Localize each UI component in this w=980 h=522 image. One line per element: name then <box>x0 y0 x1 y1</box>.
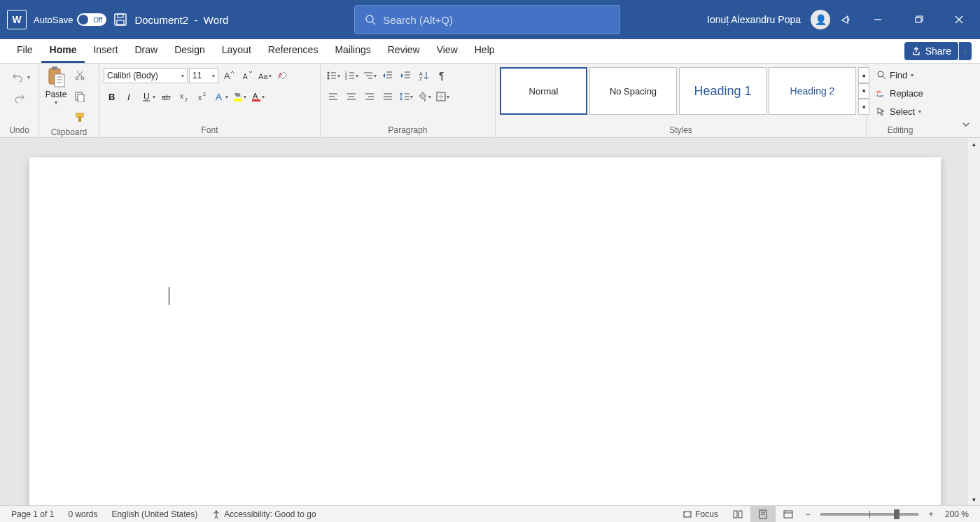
bold-button[interactable]: B <box>104 88 120 105</box>
undo-dropdown[interactable]: ▾ <box>27 74 30 80</box>
subscript-button[interactable]: x2 <box>176 88 193 105</box>
align-left-button[interactable] <box>325 88 342 105</box>
redo-button[interactable] <box>11 90 28 106</box>
select-button[interactable]: Select ▾ <box>874 104 926 119</box>
numbering-icon: 123 <box>344 70 356 81</box>
scroll-up-button[interactable]: ▴ <box>968 138 980 150</box>
strikethrough-button[interactable]: ab <box>158 88 175 105</box>
accessibility-status[interactable]: Accessibility: Good to go <box>204 506 323 522</box>
line-spacing-icon <box>399 91 410 102</box>
read-mode-button[interactable] <box>725 506 750 523</box>
sort-button[interactable]: AZ <box>416 67 433 84</box>
zoom-level[interactable]: 200 % <box>938 509 976 519</box>
show-marks-button[interactable]: ¶ <box>434 67 451 84</box>
language-status[interactable]: English (United States) <box>104 506 204 522</box>
zoom-out-button[interactable]: − <box>801 506 815 523</box>
share-dropdown[interactable]: ▾ <box>959 42 972 60</box>
line-spacing-button[interactable]: ▾ <box>398 88 414 105</box>
find-icon <box>876 70 886 80</box>
increase-indent-button[interactable] <box>398 67 414 84</box>
svg-text:A: A <box>253 92 258 100</box>
tab-home[interactable]: Home <box>41 39 85 63</box>
scroll-down-button[interactable]: ▾ <box>968 493 980 505</box>
coming-soon-button[interactable] <box>840 13 853 26</box>
undo-button[interactable] <box>9 69 26 85</box>
superscript-button[interactable]: x2 <box>195 88 211 105</box>
svg-point-16 <box>81 77 84 80</box>
minimize-button[interactable] <box>862 6 893 34</box>
justify-button[interactable] <box>379 88 396 105</box>
tab-design[interactable]: Design <box>166 39 214 63</box>
web-layout-button[interactable] <box>776 506 801 523</box>
tab-references[interactable]: References <box>260 39 327 63</box>
document-page[interactable] <box>29 157 941 505</box>
align-center-button[interactable] <box>343 88 360 105</box>
collapse-ribbon-button[interactable] <box>958 116 974 133</box>
tab-layout[interactable]: Layout <box>214 39 260 63</box>
status-bar: Page 1 of 1 0 words English (United Stat… <box>0 505 980 522</box>
save-button[interactable] <box>113 13 127 27</box>
svg-point-43 <box>328 78 330 80</box>
format-painter-button[interactable] <box>71 109 88 126</box>
copy-button[interactable] <box>71 88 88 105</box>
clear-formatting-button[interactable]: A <box>274 67 291 84</box>
paste-button[interactable]: Paste ▾ <box>42 66 70 106</box>
cut-button[interactable] <box>71 67 88 84</box>
find-button[interactable]: Find ▾ <box>874 67 926 83</box>
multilevel-list-button[interactable]: ▾ <box>361 67 378 84</box>
vertical-scrollbar[interactable]: ▴ ▾ <box>968 138 980 505</box>
zoom-in-button[interactable]: + <box>924 506 938 523</box>
tab-review[interactable]: Review <box>379 39 428 63</box>
autosave-toggle[interactable]: AutoSave Off <box>34 13 106 26</box>
user-name[interactable]: Ionuț Alexandru Popa <box>707 14 801 25</box>
borders-button[interactable]: ▾ <box>434 88 451 105</box>
zoom-thumb[interactable] <box>894 509 899 519</box>
highlight-button[interactable]: ▾ <box>231 88 248 105</box>
user-avatar[interactable]: 👤 <box>811 10 830 29</box>
share-button[interactable]: Share <box>904 42 958 60</box>
text-effects-button[interactable]: A▾ <box>213 88 230 105</box>
change-case-icon: Aa <box>258 70 269 81</box>
align-right-button[interactable] <box>361 88 378 105</box>
bullets-button[interactable]: ▾ <box>325 67 342 84</box>
focus-mode-button[interactable]: Focus <box>676 509 725 519</box>
close-button[interactable] <box>944 6 974 34</box>
restore-button[interactable] <box>903 6 934 34</box>
style-no-spacing[interactable]: No Spacing <box>589 67 677 115</box>
decrease-indent-button[interactable] <box>379 67 396 84</box>
print-layout-button[interactable] <box>750 506 776 523</box>
svg-point-41 <box>328 72 330 74</box>
tab-mailings[interactable]: Mailings <box>326 39 379 63</box>
chevron-down-icon <box>961 120 971 129</box>
style-normal[interactable]: Normal <box>500 67 587 115</box>
toggle-switch[interactable]: Off <box>77 13 106 26</box>
tab-file[interactable]: File <box>8 39 41 63</box>
group-font: Calibri (Body)▾ 11▾ A A Aa▾ A B I U▾ ab … <box>99 64 321 137</box>
svg-text:B: B <box>108 92 115 102</box>
zoom-slider[interactable] <box>820 513 918 516</box>
search-input[interactable]: Search (Alt+Q) <box>354 5 620 34</box>
word-count[interactable]: 0 words <box>61 506 104 522</box>
replace-button[interactable]: abac Replace <box>874 85 926 101</box>
numbering-button[interactable]: 123▾ <box>343 67 360 84</box>
style-heading-1[interactable]: Heading 1 <box>679 67 766 115</box>
shading-button[interactable]: ▾ <box>416 88 433 105</box>
change-case-button[interactable]: Aa▾ <box>256 67 273 84</box>
tab-draw[interactable]: Draw <box>126 39 166 63</box>
group-label-undo: Undo <box>3 124 36 137</box>
shrink-font-button[interactable]: A <box>238 67 255 84</box>
style-heading-2[interactable]: Heading 2 <box>769 67 856 115</box>
tab-insert[interactable]: Insert <box>85 39 126 63</box>
bullets-icon <box>326 70 337 81</box>
font-size-select[interactable]: 11▾ <box>189 68 218 83</box>
ribbon: ▾ Undo Paste ▾ <box>0 64 980 138</box>
underline-button[interactable]: U▾ <box>140 88 157 105</box>
grow-font-button[interactable]: A <box>220 67 237 84</box>
page-info[interactable]: Page 1 of 1 <box>4 506 61 522</box>
italic-button[interactable]: I <box>122 88 139 105</box>
tab-help[interactable]: Help <box>466 39 503 63</box>
font-name-select[interactable]: Calibri (Body)▾ <box>104 68 188 83</box>
font-color-button[interactable]: A▾ <box>249 88 266 105</box>
tab-view[interactable]: View <box>428 39 466 63</box>
scroll-track[interactable] <box>968 150 980 493</box>
